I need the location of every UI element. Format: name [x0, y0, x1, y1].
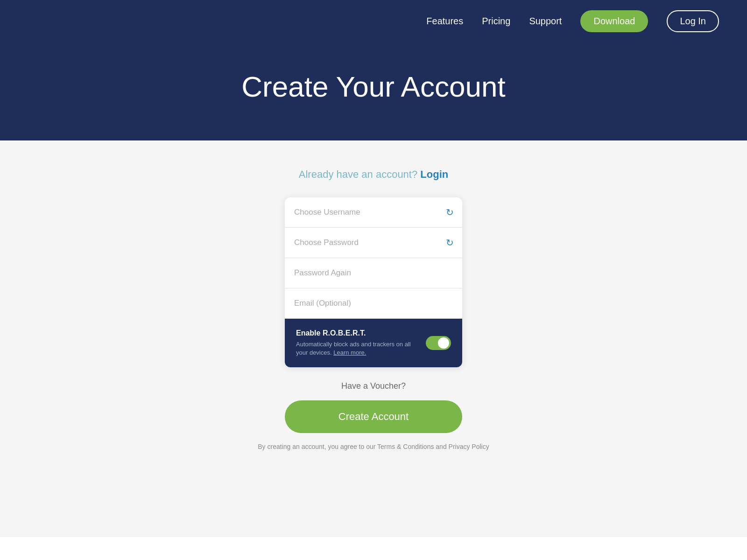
- robert-learn-more-link[interactable]: Learn more.: [333, 349, 366, 356]
- robert-toggle-container: [426, 336, 451, 350]
- hero-section: Create Your Account: [0, 42, 747, 140]
- password-again-input[interactable]: [285, 258, 462, 288]
- robert-description: Automatically block ads and trackers on …: [296, 340, 416, 357]
- username-field-row: ↻: [285, 197, 462, 228]
- page-title: Create Your Account: [0, 70, 747, 103]
- signup-form-card: ↻ ↻ Enable R.O.B.E.R.T. Automatically bl…: [285, 197, 462, 367]
- already-account-text: Already have an account? Login: [299, 168, 448, 181]
- username-input[interactable]: [285, 197, 462, 227]
- login-button[interactable]: Log In: [667, 10, 719, 32]
- login-link[interactable]: Login: [420, 168, 448, 180]
- nav-pricing[interactable]: Pricing: [482, 16, 510, 27]
- robert-section: Enable R.O.B.E.R.T. Automatically block …: [285, 319, 462, 367]
- email-input[interactable]: [285, 288, 462, 318]
- password-field-row: ↻: [285, 228, 462, 258]
- create-account-button[interactable]: Create Account: [285, 400, 462, 433]
- nav-support[interactable]: Support: [529, 16, 562, 27]
- main-content: Already have an account? Login ↻ ↻ Enabl…: [0, 140, 747, 537]
- robert-text-block: Enable R.O.B.E.R.T. Automatically block …: [296, 329, 416, 357]
- robert-title: Enable R.O.B.E.R.T.: [296, 329, 416, 337]
- nav: Features Pricing Support Download Log In: [426, 10, 719, 32]
- password-again-field-row: [285, 258, 462, 288]
- email-field-row: [285, 288, 462, 319]
- refresh-password-icon[interactable]: ↻: [446, 237, 454, 248]
- toggle-slider: [426, 336, 451, 350]
- refresh-username-icon[interactable]: ↻: [446, 207, 454, 218]
- password-input[interactable]: [285, 228, 462, 258]
- download-button[interactable]: Download: [580, 10, 648, 32]
- terms-text: By creating an account, you agree to our…: [258, 441, 489, 452]
- nav-features[interactable]: Features: [426, 16, 463, 27]
- robert-toggle[interactable]: [426, 336, 451, 350]
- header: Features Pricing Support Download Log In: [0, 0, 747, 42]
- voucher-link[interactable]: Have a Voucher?: [341, 381, 406, 391]
